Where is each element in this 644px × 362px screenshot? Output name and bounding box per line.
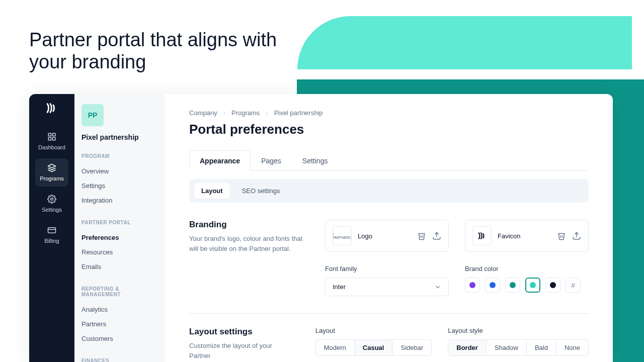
section-title: Layout settings [189,327,295,337]
layout-option-casual[interactable]: Casual [355,340,393,355]
trash-icon[interactable] [557,231,566,240]
svg-rect-0 [48,133,51,136]
workspace-name: Pixel partnership [82,133,158,141]
style-option-border[interactable]: Border [448,340,487,355]
page-title: Portal preferences [189,122,589,137]
decorative-shape-teal-light [297,16,632,69]
dashboard-icon [47,132,56,141]
tab-appearance[interactable]: Appearance [189,150,251,171]
layout-option-sidebar[interactable]: Sidebar [392,340,431,355]
svg-rect-6 [48,228,56,233]
section-title: Branding [189,220,305,230]
layout-label: Layout [315,327,432,334]
color-swatch[interactable] [545,278,560,293]
hero-title: Partner portal that aligns with your bra… [29,29,277,73]
rail-item-label: Billing [44,238,59,244]
logo-label: Logo [358,232,411,240]
subtab-layout[interactable]: Layout [194,183,230,199]
style-option-bald[interactable]: Bald [527,340,556,355]
color-swatch[interactable] [465,278,480,293]
sidebar-item-preferences[interactable]: Preferences [82,230,158,245]
tabs-primary: Appearance Pages Settings [189,150,589,171]
rail-item-dashboard[interactable]: Dashboard [35,127,68,155]
divider [189,313,589,314]
color-swatch[interactable] [485,278,500,293]
brand-color-label: Brand color [465,265,589,273]
main-content: Company › Programs › Pixel partnership P… [165,94,613,362]
sidebar-item-emails[interactable]: Emails [82,259,158,274]
color-custom-button[interactable]: # [566,278,581,293]
sidebar-item-customers[interactable]: Customers [82,331,158,346]
layout-style-label: Layout style [448,327,589,334]
layout-style-segmented: Border Shadow Bald None [448,339,589,356]
layout-option-modern[interactable]: Modern [316,340,355,355]
breadcrumb-item[interactable]: Programs [231,109,260,117]
sidebar-item-resources[interactable]: Resources [82,245,158,259]
app-logo-icon [45,101,59,115]
logo-upload-card: • PARTNERO Logo [325,220,449,252]
chevron-right-icon: › [223,109,225,117]
sidebar: PP Pixel partnership PROGRAM Overview Se… [74,94,165,362]
svg-rect-2 [48,138,51,140]
sidebar-group-label: PROGRAM [82,153,158,159]
workspace-badge[interactable]: PP [82,104,104,126]
subtab-seo[interactable]: SEO settings [235,183,287,199]
style-option-shadow[interactable]: Shadow [487,340,527,355]
rail-item-settings[interactable]: Settings [35,190,68,218]
logo-thumbnail: • PARTNERO [333,226,352,245]
rail-item-billing[interactable]: Billing [35,221,68,249]
style-option-none[interactable]: None [556,340,588,355]
gear-icon [47,195,56,204]
sidebar-item-partners[interactable]: Partners [82,317,158,331]
favicon-label: Favicon [498,232,551,240]
font-family-label: Font family [325,265,449,273]
upload-icon[interactable] [572,231,581,240]
svg-marker-4 [48,164,56,168]
section-branding: Branding Your brand's logo, colour and f… [189,220,589,296]
color-swatch[interactable] [505,278,520,293]
sidebar-item-overview[interactable]: Overview [82,164,158,178]
section-description: Your brand's logo, colour and fonts that… [189,234,305,253]
layout-segmented: Modern Casual Sidebar [315,339,432,356]
sidebar-item-settings[interactable]: Settings [82,178,158,193]
svg-point-5 [51,198,53,201]
rail-item-programs[interactable]: Programs [35,158,68,187]
tab-settings[interactable]: Settings [292,150,339,171]
sidebar-group-label: FINANCES [82,358,158,362]
favicon-thumbnail [472,226,492,245]
trash-icon[interactable] [417,231,426,240]
upload-icon[interactable] [432,231,441,240]
brand-color-swatches: # [465,278,589,293]
rail-item-label: Programs [40,175,64,182]
breadcrumb-item[interactable]: Company [189,109,217,117]
tabs-secondary: Layout SEO settings [189,179,589,203]
font-family-select[interactable]: Inter [325,278,449,296]
chevron-right-icon: › [266,109,268,117]
section-description: Customize the layout of your Partner [189,341,295,360]
sidebar-group-label: PARTNER PORTAL [82,220,158,225]
svg-rect-1 [53,133,55,136]
sidebar-item-integration[interactable]: Integration [82,193,158,208]
section-layout: Layout settings Customize the layout of … [189,327,589,360]
credit-card-icon [47,226,56,235]
sidebar-group-label: REPORTING & MANAGEMENT [82,286,158,297]
rail-item-label: Settings [42,207,62,213]
font-family-value: Inter [333,283,346,291]
sidebar-item-analytics[interactable]: Analytics [82,302,158,317]
breadcrumb: Company › Programs › Pixel partnership [189,109,589,117]
breadcrumb-item[interactable]: Pixel partnership [274,109,323,117]
svg-rect-3 [53,138,55,140]
favicon-upload-card: Favicon [465,220,589,252]
layers-icon [47,163,56,172]
rail-item-label: Dashboard [38,144,65,150]
color-swatch[interactable] [525,278,540,293]
app-window: Dashboard Programs Settings Billing PP P… [29,94,613,362]
chevron-down-icon [434,284,441,291]
tab-pages[interactable]: Pages [251,150,292,171]
nav-rail: Dashboard Programs Settings Billing [29,94,74,362]
